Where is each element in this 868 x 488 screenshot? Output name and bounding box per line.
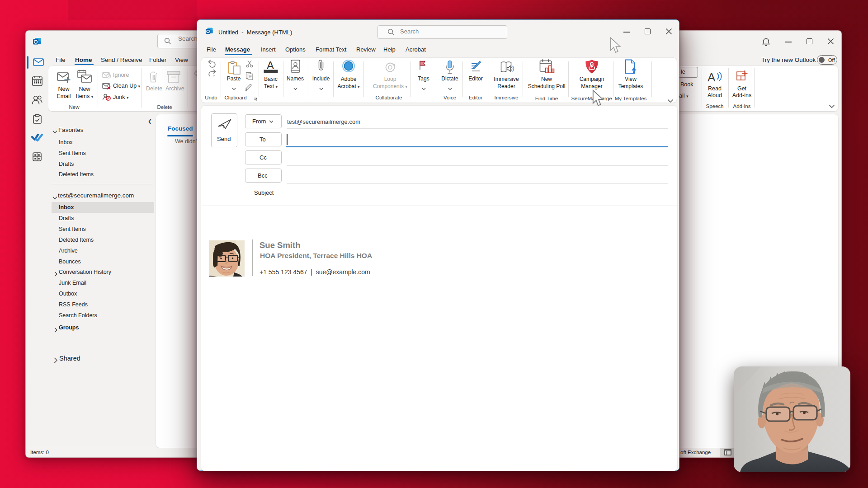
svg-text:A: A — [267, 59, 274, 71]
svg-text:A: A — [708, 70, 716, 84]
